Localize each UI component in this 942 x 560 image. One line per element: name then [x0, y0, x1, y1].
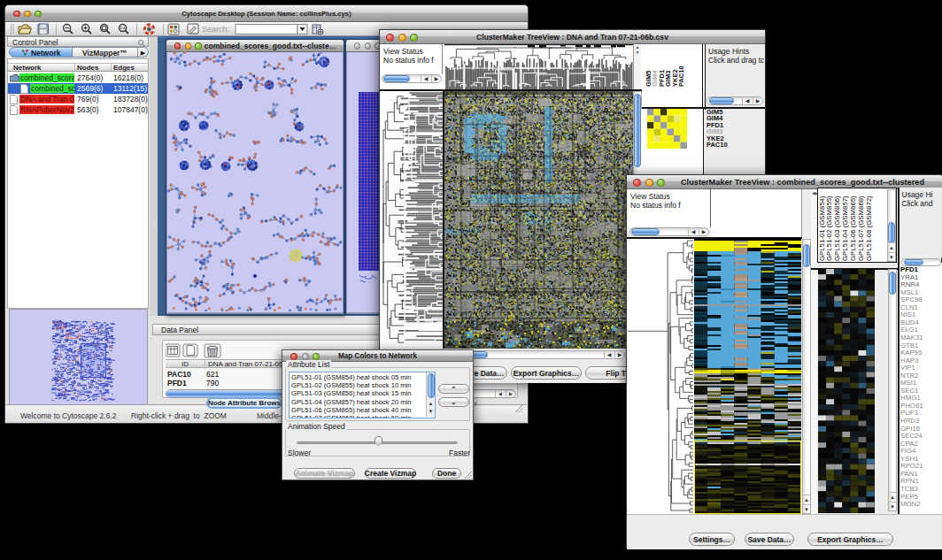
svg-text:1:1: 1:1 — [120, 26, 127, 30]
svg-text:Search:: Search: — [202, 25, 229, 34]
